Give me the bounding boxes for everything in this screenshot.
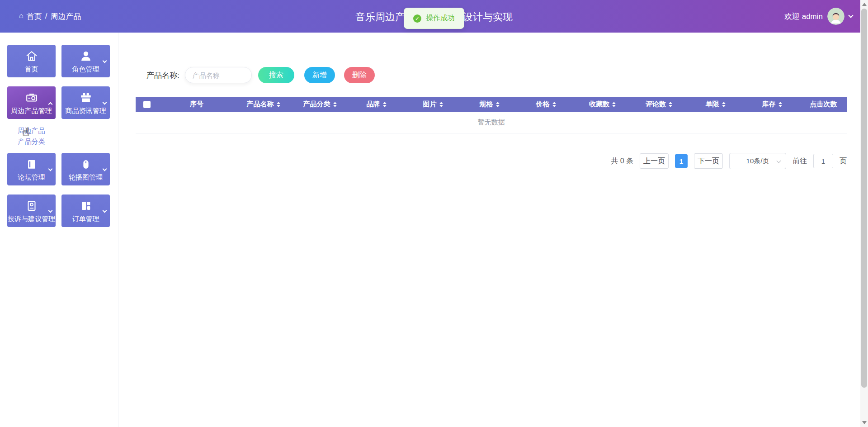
sidebar-tile-complaint-suggestion-management[interactable]: 投诉与建议管理 <box>7 195 56 227</box>
breadcrumb-current: 周边产品 <box>50 11 81 22</box>
page-size-select[interactable]: 10条/页 <box>729 153 786 169</box>
table-header-row: 序号 产品名称 产品分类 品牌 图片 <box>136 97 847 112</box>
sidebar-tile-order-management[interactable]: 订单管理 <box>61 195 110 227</box>
col-label: 品牌 <box>367 100 380 109</box>
scroll-up-arrow[interactable] <box>862 3 867 6</box>
pagination: 共 0 条 上一页 1 下一页 10条/页 前往 页 <box>118 153 847 169</box>
scroll-down-arrow[interactable] <box>862 421 867 424</box>
sort-carets[interactable] <box>496 102 500 107</box>
scrollbar-thumb[interactable] <box>861 9 867 388</box>
empty-text: 暂无数据 <box>478 118 505 127</box>
col-label: 评论数 <box>646 100 666 109</box>
page-title-right: 设计与实现 <box>463 10 513 24</box>
home-icon: ⌂ <box>19 12 24 20</box>
tile-label: 论坛管理 <box>7 173 56 182</box>
welcome-text: 欢迎 admin <box>784 11 823 22</box>
sort-carets[interactable] <box>439 102 443 107</box>
sort-carets[interactable] <box>669 102 672 107</box>
col-label: 收藏数 <box>589 100 609 109</box>
page-title-left: 音乐周边产 <box>355 10 405 24</box>
sidebar-tile-home[interactable]: 首页 <box>7 45 56 77</box>
col-header-favorites[interactable]: 收藏数 <box>574 97 631 112</box>
sidebar-tile-carousel-management[interactable]: 轮播图管理 <box>61 153 110 185</box>
col-header-comments[interactable]: 评论数 <box>631 97 687 112</box>
sort-carets[interactable] <box>383 102 387 107</box>
sidebar-tile-product-info-management[interactable]: 商品资讯管理 <box>61 86 110 119</box>
col-label: 序号 <box>190 100 203 109</box>
delete-button[interactable]: 删除 <box>344 67 375 83</box>
total-count: 共 0 条 <box>611 157 633 166</box>
order-icon <box>79 199 93 213</box>
sidebar: 首页 角色管理 周边产品管理 商品资讯管理 <box>0 33 118 427</box>
current-page-button[interactable]: 1 <box>675 154 688 168</box>
col-header-select <box>136 97 158 112</box>
tile-label: 角色管理 <box>61 65 110 74</box>
sort-carets[interactable] <box>612 102 616 107</box>
product-icon <box>25 91 38 104</box>
sort-carets[interactable] <box>552 102 556 107</box>
col-header-index: 序号 <box>158 97 235 112</box>
submenu-item-product-categories[interactable]: 产品分类 <box>7 136 56 147</box>
app-root: ⌂ 首页 / 周边产品 音乐周边产 设计与实现 欢迎 admin ✓ 操作成 <box>0 0 868 427</box>
page-size-value: 10条/页 <box>746 157 769 166</box>
col-header-image[interactable]: 图片 <box>405 97 461 112</box>
sidebar-tile-peripheral-product-management[interactable]: 周边产品管理 <box>7 86 56 119</box>
col-label: 库存 <box>762 100 776 109</box>
chevron-down-icon <box>48 209 53 213</box>
chevron-down-icon <box>103 100 107 105</box>
tile-label: 商品资讯管理 <box>61 107 110 115</box>
col-header-clicks: 点击次数 <box>800 97 847 112</box>
search-bar: 产品名称: 搜索 新增 删除 <box>146 67 868 83</box>
sidebar-tile-role-management[interactable]: 角色管理 <box>61 45 110 77</box>
tile-label: 订单管理 <box>61 215 110 223</box>
sort-carets[interactable] <box>277 102 280 107</box>
sort-carets[interactable] <box>778 102 782 107</box>
table-empty-row: 暂无数据 <box>136 112 847 133</box>
scrollbar[interactable] <box>860 0 868 427</box>
next-page-button[interactable]: 下一页 <box>694 153 723 169</box>
chevron-up-icon <box>48 102 53 107</box>
goto-unit: 页 <box>840 157 847 166</box>
col-header-product-category[interactable]: 产品分类 <box>292 97 348 112</box>
chevron-down-icon <box>103 59 107 63</box>
sort-carets[interactable] <box>722 102 726 107</box>
sort-carets[interactable] <box>333 102 337 107</box>
breadcrumb-home-link[interactable]: 首页 <box>27 11 42 22</box>
goto-page-input[interactable] <box>813 154 833 168</box>
product-name-input[interactable] <box>185 67 252 83</box>
col-header-stock[interactable]: 库存 <box>744 97 800 112</box>
select-all-checkbox[interactable] <box>143 101 151 108</box>
home-icon <box>25 49 38 63</box>
toast-message: 操作成功 <box>426 14 455 23</box>
chevron-down-icon <box>777 159 781 163</box>
carousel-icon <box>79 157 93 171</box>
success-toast: ✓ 操作成功 <box>404 8 464 29</box>
col-header-price[interactable]: 价格 <box>518 97 574 112</box>
add-button[interactable]: 新增 <box>304 67 335 83</box>
prev-page-button[interactable]: 上一页 <box>640 153 669 169</box>
submenu-item-peripheral-products[interactable]: 周边产品 <box>7 125 56 136</box>
col-label: 单限 <box>706 100 719 109</box>
complaint-icon <box>25 199 38 213</box>
tile-label: 周边产品管理 <box>7 107 56 115</box>
avatar[interactable] <box>827 8 844 25</box>
sidebar-tile-forum-management[interactable]: 论坛管理 <box>7 153 56 185</box>
col-label: 点击次数 <box>810 100 837 109</box>
user-area: 欢迎 admin <box>784 0 853 33</box>
col-label: 规格 <box>480 100 493 109</box>
col-header-spec[interactable]: 规格 <box>461 97 518 112</box>
col-header-brand[interactable]: 品牌 <box>348 97 405 112</box>
col-label: 产品分类 <box>303 100 330 109</box>
forum-icon <box>25 157 38 171</box>
chevron-down-icon <box>103 209 107 213</box>
breadcrumb: ⌂ 首页 / 周边产品 <box>19 0 81 33</box>
chevron-down-icon[interactable] <box>848 13 853 18</box>
col-header-limit[interactable]: 单限 <box>687 97 744 112</box>
col-label: 图片 <box>423 100 437 109</box>
goto-label: 前往 <box>793 157 807 166</box>
col-header-product-name[interactable]: 产品名称 <box>235 97 292 112</box>
search-button[interactable]: 搜索 <box>258 67 294 83</box>
chevron-down-icon <box>103 167 107 171</box>
breadcrumb-separator: / <box>45 12 47 21</box>
tile-label: 首页 <box>7 65 56 74</box>
